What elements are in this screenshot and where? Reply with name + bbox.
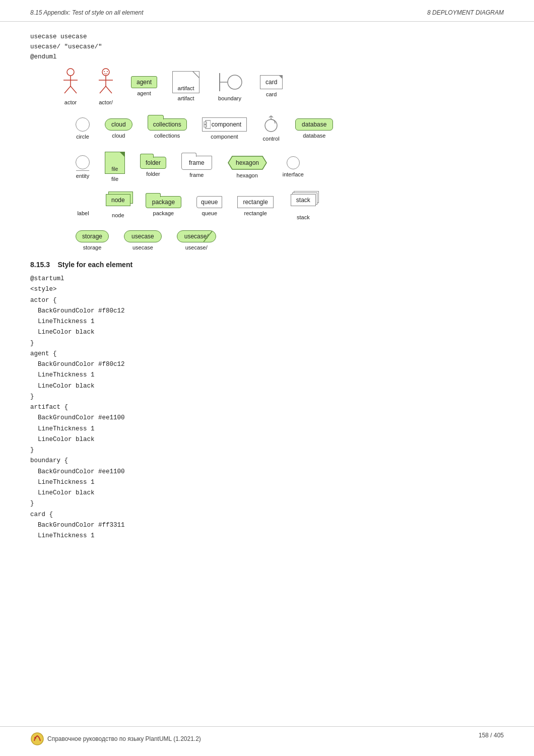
file-shape: file (105, 152, 125, 174)
svg-point-7 (107, 71, 108, 72)
entity-shape (76, 155, 90, 171)
svg-point-15 (228, 75, 242, 89)
node-label: node (112, 212, 124, 218)
agent-label: agent (137, 90, 151, 96)
svg-rect-18 (204, 125, 207, 127)
code-line-3: @enduml (30, 52, 504, 62)
component-icon (204, 120, 211, 129)
page-header: 8.15 Appendix: Test of style on all elem… (0, 0, 534, 22)
file-label: file (111, 176, 118, 182)
header-right: 8 DEPLOYMENT DIAGRAM (427, 9, 504, 16)
usecase-slash-label: usecase/ (185, 244, 208, 250)
interface-shape (287, 156, 300, 169)
circle-label: circle (76, 134, 89, 140)
diagram-area: actor actor/ agent (60, 67, 504, 250)
hexagon-shape: hexagon (227, 155, 268, 170)
artifact-inner-label: artifact (173, 85, 199, 91)
footer-logo-area: Справочное руководство по языку PlantUML… (30, 732, 201, 746)
control-label: control (263, 136, 280, 142)
svg-rect-17 (204, 122, 207, 124)
svg-text:hexagon: hexagon (236, 159, 259, 166)
frame-shape: frame (181, 156, 212, 170)
queue-label: queue (202, 210, 217, 216)
folder-shape: folder (140, 157, 166, 169)
storage-shape: storage (76, 230, 109, 242)
diagram-row-1: actor actor/ agent (60, 67, 504, 105)
interface-label: interface (283, 171, 304, 177)
label-label: label (77, 210, 89, 216)
collections-label: collections (154, 133, 180, 139)
entity-element: entity (76, 155, 90, 179)
boundary-icon (215, 71, 245, 93)
stack-shape: stack (291, 194, 316, 206)
footer-text: Справочное руководство по языку PlantUML… (47, 735, 201, 742)
usecase-shape: usecase (124, 230, 162, 242)
rectangle-shape: rectangle (237, 196, 273, 208)
queue-shape: queue (196, 196, 222, 208)
svg-point-23 (31, 733, 43, 745)
code-body-pre: @startuml <style> actor { BackGroundColo… (30, 274, 504, 541)
interface-element: interface (283, 156, 304, 177)
actor-icon (60, 67, 81, 97)
storage-label: storage (83, 244, 102, 250)
svg-line-4 (71, 86, 77, 93)
main-content: usecase usecase usecase/ "usecase/" @end… (0, 22, 534, 556)
boundary-label: boundary (218, 95, 241, 101)
actor-slash-label: actor/ (99, 99, 113, 105)
usecase-element: usecase usecase (124, 230, 162, 250)
package-label: package (153, 210, 174, 216)
database-shape: database (295, 118, 333, 131)
boundary-element: boundary (215, 71, 245, 101)
folder-element: folder folder (140, 157, 166, 177)
diagram-row-5: storage storage usecase usecase usecase/… (76, 230, 504, 250)
usecase-slash-line-icon (204, 230, 216, 242)
queue-element: queue queue (196, 196, 222, 216)
label-shape (76, 196, 91, 208)
footer-page: 158 / 405 (479, 732, 504, 746)
collections-shape: collections (148, 118, 187, 131)
circle-element: circle (76, 117, 90, 140)
component-label: component (211, 134, 238, 140)
frame-label: frame (189, 172, 204, 178)
rectangle-label: rectangle (244, 210, 267, 216)
stack-label: stack (297, 214, 310, 220)
frame-element: frame frame (181, 156, 212, 178)
diagram-row-3: entity file file folder folder frame fra… (76, 152, 504, 182)
header-left: 8.15 Appendix: Test of style on all elem… (30, 9, 144, 16)
card-element: card card (260, 75, 283, 97)
diagram-row-2: circle cloud cloud collections collectio… (76, 115, 504, 142)
svg-point-24 (34, 737, 36, 739)
svg-point-6 (104, 71, 105, 72)
stack-element: stack stack (289, 192, 318, 220)
artifact-element: artifact artifact (172, 71, 199, 101)
section-title: Style for each element (58, 261, 133, 269)
intro-code: usecase usecase usecase/ "usecase/" @end… (30, 32, 504, 62)
hexagon-svg: hexagon (227, 155, 268, 170)
database-element: database database (295, 118, 333, 139)
cloud-label: cloud (112, 133, 125, 139)
agent-element: agent agent (131, 76, 157, 96)
label-element: label (76, 196, 91, 216)
actor-element: actor (60, 67, 81, 105)
diagram-row-4: label node node package package queue qu… (76, 192, 504, 220)
collections-element: collections collections (148, 118, 187, 139)
artifact-label: artifact (178, 95, 194, 101)
svg-point-0 (67, 69, 74, 76)
section-heading: 8.15.3 Style for each element (30, 261, 504, 269)
folder-label: folder (146, 171, 160, 177)
node-element: node node (106, 194, 130, 218)
actor-slash-icon (96, 67, 116, 97)
usecase-slash-shape: usecase/ (177, 230, 216, 242)
code-section: @startuml <style> actor { BackGroundColo… (30, 274, 504, 541)
agent-shape: agent (131, 76, 157, 88)
card-label: card (266, 91, 277, 97)
cloud-element: cloud cloud (105, 118, 132, 139)
code-line-2: usecase/ "usecase/" (30, 42, 504, 52)
svg-point-19 (265, 119, 277, 132)
actor-slash-element: actor/ (96, 67, 116, 105)
package-element: package package (146, 196, 181, 216)
circle-shape (76, 117, 90, 132)
plantuml-logo-icon (30, 732, 44, 746)
page-footer: Справочное руководство по языку PlantUML… (0, 726, 534, 746)
control-icon (262, 115, 280, 134)
